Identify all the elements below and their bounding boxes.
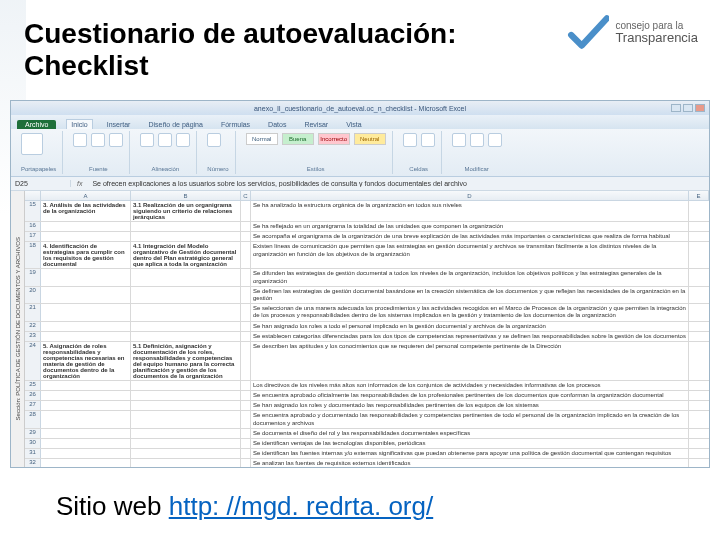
number-format-button[interactable] [207,133,221,147]
paste-button[interactable] [21,133,43,155]
find-select-button[interactable] [488,133,502,147]
underline-button[interactable] [109,133,123,147]
table-row[interactable]: 20Se definen las estrategias de gestión … [25,287,709,304]
minimize-button[interactable] [671,104,681,112]
table-row[interactable]: 23Se establecen categorías diferenciadas… [25,332,709,342]
sort-filter-button[interactable] [470,133,484,147]
wrap-text-button[interactable] [176,133,190,147]
formula-input[interactable]: Se ofrecen explicaciones a los usuarios … [88,180,709,187]
table-row[interactable]: 26Se encuentra aprobado oficialmente las… [25,391,709,401]
footer-link-text: Sitio web http: //mgd. redrta. org/ [56,491,433,522]
table-row[interactable]: 25Los directivos de los niveles más alto… [25,381,709,391]
table-row[interactable]: 28Se encuentra aprobado y documentado la… [25,411,709,428]
table-row[interactable]: 17Se acompaña el organigrama de la organ… [25,232,709,242]
ribbon-tab-revisar[interactable]: Revisar [300,120,332,129]
ribbon-tab-formulas[interactable]: Fórmulas [217,120,254,129]
brand-logo: consejo para la Transparencia [567,12,698,54]
table-row[interactable]: 19Se difunden las estrategias de gestión… [25,269,709,286]
section-label: Sección: POLÍTICA DE GESTIÓN DE DOCUMENT… [11,191,25,467]
table-row[interactable]: 184. Identificación de estrategias para … [25,242,709,269]
table-row[interactable]: 29Se documenta el diseño del rol y las r… [25,429,709,439]
close-button[interactable] [695,104,705,112]
excel-window: anexo_II_cuestionario_de_autoeval.oc_n_c… [10,100,710,468]
table-row[interactable]: 32Se analizan las fuentes de requisitos … [25,459,709,467]
delete-cells-button[interactable] [421,133,435,147]
table-row[interactable]: 30Se identifican ventajas de las tecnolo… [25,439,709,449]
ribbon-tab-diseno[interactable]: Diseño de página [144,120,207,129]
checkmark-icon [567,12,609,54]
ribbon-tab-vista[interactable]: Vista [342,120,365,129]
website-link[interactable]: http: //mgd. redrta. org/ [169,491,433,521]
style-bad[interactable]: Incorrecto [318,133,350,145]
table-row[interactable]: 27Se han asignado los roles y documentad… [25,401,709,411]
column-headers: A B C D E [25,191,709,201]
autosum-button[interactable] [452,133,466,147]
window-titlebar: anexo_II_cuestionario_de_autoeval.oc_n_c… [11,101,709,115]
slide-title: Cuestionario de autoevaluación: Checklis… [24,18,457,82]
formula-bar: D25 fx Se ofrecen explicaciones a los us… [11,177,709,191]
align-center-button[interactable] [158,133,172,147]
maximize-button[interactable] [683,104,693,112]
ribbon-body: Portapapeles Fuente Alineación Número No… [11,129,709,177]
table-row[interactable]: 22Se han asignado los roles a todo el pe… [25,322,709,332]
file-tab[interactable]: Archivo [17,120,56,129]
style-normal[interactable]: Normal [246,133,278,145]
name-box[interactable]: D25 [11,180,71,187]
ribbon-tab-datos[interactable]: Datos [264,120,290,129]
table-row[interactable]: 16Se ha reflejado en un organigrama la t… [25,222,709,232]
fx-icon[interactable]: fx [71,180,88,187]
align-left-button[interactable] [140,133,154,147]
style-good[interactable]: Buena [282,133,314,145]
italic-button[interactable] [91,133,105,147]
ribbon-tabs: Archivo Inicio Insertar Diseño de página… [11,115,709,129]
table-row[interactable]: 245. Asignación de roles responsabilidad… [25,342,709,381]
ribbon-tab-inicio[interactable]: Inicio [66,119,92,129]
bold-button[interactable] [73,133,87,147]
table-row[interactable]: 31Se identifican las fuentes internas y/… [25,449,709,459]
spreadsheet-grid[interactable]: A B C D E 153. Análisis de las actividad… [25,191,709,467]
ribbon-tab-insertar[interactable]: Insertar [103,120,135,129]
insert-cells-button[interactable] [403,133,417,147]
style-neutral[interactable]: Neutral [354,133,386,145]
table-row[interactable]: 153. Análisis de las actividades de la o… [25,201,709,222]
table-row[interactable]: 21Se seleccionan de una manera adecuada … [25,304,709,321]
